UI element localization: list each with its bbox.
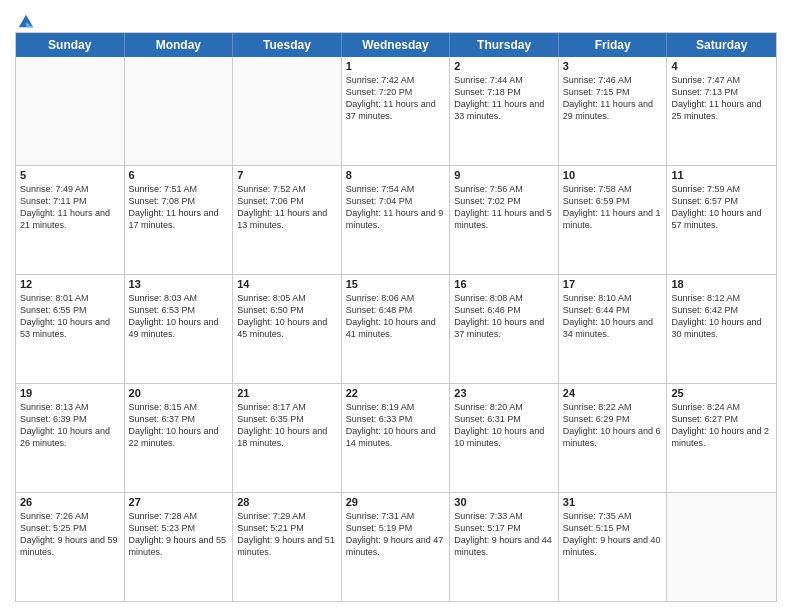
- cell-info: Sunrise: 8:12 AM Sunset: 6:42 PM Dayligh…: [671, 292, 772, 341]
- day-number: 27: [129, 496, 229, 508]
- cell-info: Sunrise: 7:26 AM Sunset: 5:25 PM Dayligh…: [20, 510, 120, 559]
- cell-info: Sunrise: 8:10 AM Sunset: 6:44 PM Dayligh…: [563, 292, 663, 341]
- logo: [15, 14, 35, 28]
- calendar-body: 1Sunrise: 7:42 AM Sunset: 7:20 PM Daylig…: [16, 57, 776, 601]
- cell-info: Sunrise: 8:22 AM Sunset: 6:29 PM Dayligh…: [563, 401, 663, 450]
- day-number: 16: [454, 278, 554, 290]
- cell-info: Sunrise: 7:58 AM Sunset: 6:59 PM Dayligh…: [563, 183, 663, 232]
- calendar-cell: 11Sunrise: 7:59 AM Sunset: 6:57 PM Dayli…: [667, 166, 776, 274]
- calendar-cell: 14Sunrise: 8:05 AM Sunset: 6:50 PM Dayli…: [233, 275, 342, 383]
- day-number: 6: [129, 169, 229, 181]
- day-number: 15: [346, 278, 446, 290]
- weekday-header: Friday: [559, 33, 668, 57]
- day-number: 17: [563, 278, 663, 290]
- weekday-header: Monday: [125, 33, 234, 57]
- calendar-cell: 4Sunrise: 7:47 AM Sunset: 7:13 PM Daylig…: [667, 57, 776, 165]
- calendar-row: 1Sunrise: 7:42 AM Sunset: 7:20 PM Daylig…: [16, 57, 776, 165]
- calendar-header: SundayMondayTuesdayWednesdayThursdayFrid…: [16, 33, 776, 57]
- cell-info: Sunrise: 8:06 AM Sunset: 6:48 PM Dayligh…: [346, 292, 446, 341]
- cell-info: Sunrise: 7:54 AM Sunset: 7:04 PM Dayligh…: [346, 183, 446, 232]
- cell-info: Sunrise: 7:47 AM Sunset: 7:13 PM Dayligh…: [671, 74, 772, 123]
- calendar-cell: 28Sunrise: 7:29 AM Sunset: 5:21 PM Dayli…: [233, 493, 342, 601]
- day-number: 24: [563, 387, 663, 399]
- calendar-cell: 29Sunrise: 7:31 AM Sunset: 5:19 PM Dayli…: [342, 493, 451, 601]
- cell-info: Sunrise: 7:59 AM Sunset: 6:57 PM Dayligh…: [671, 183, 772, 232]
- calendar-cell: 27Sunrise: 7:28 AM Sunset: 5:23 PM Dayli…: [125, 493, 234, 601]
- cell-info: Sunrise: 7:56 AM Sunset: 7:02 PM Dayligh…: [454, 183, 554, 232]
- calendar-cell: 24Sunrise: 8:22 AM Sunset: 6:29 PM Dayli…: [559, 384, 668, 492]
- day-number: 14: [237, 278, 337, 290]
- day-number: 1: [346, 60, 446, 72]
- cell-info: Sunrise: 7:35 AM Sunset: 5:15 PM Dayligh…: [563, 510, 663, 559]
- calendar-cell: [125, 57, 234, 165]
- calendar-cell: 30Sunrise: 7:33 AM Sunset: 5:17 PM Dayli…: [450, 493, 559, 601]
- calendar-cell: 13Sunrise: 8:03 AM Sunset: 6:53 PM Dayli…: [125, 275, 234, 383]
- calendar-cell: [16, 57, 125, 165]
- weekday-header: Sunday: [16, 33, 125, 57]
- calendar-row: 12Sunrise: 8:01 AM Sunset: 6:55 PM Dayli…: [16, 274, 776, 383]
- calendar-cell: 31Sunrise: 7:35 AM Sunset: 5:15 PM Dayli…: [559, 493, 668, 601]
- calendar-cell: 17Sunrise: 8:10 AM Sunset: 6:44 PM Dayli…: [559, 275, 668, 383]
- calendar-cell: 23Sunrise: 8:20 AM Sunset: 6:31 PM Dayli…: [450, 384, 559, 492]
- day-number: 28: [237, 496, 337, 508]
- day-number: 12: [20, 278, 120, 290]
- cell-info: Sunrise: 7:31 AM Sunset: 5:19 PM Dayligh…: [346, 510, 446, 559]
- calendar-cell: 9Sunrise: 7:56 AM Sunset: 7:02 PM Daylig…: [450, 166, 559, 274]
- calendar-cell: [233, 57, 342, 165]
- day-number: 8: [346, 169, 446, 181]
- day-number: 9: [454, 169, 554, 181]
- cell-info: Sunrise: 8:20 AM Sunset: 6:31 PM Dayligh…: [454, 401, 554, 450]
- day-number: 31: [563, 496, 663, 508]
- header: [15, 10, 777, 28]
- calendar-cell: 10Sunrise: 7:58 AM Sunset: 6:59 PM Dayli…: [559, 166, 668, 274]
- calendar-cell: 12Sunrise: 8:01 AM Sunset: 6:55 PM Dayli…: [16, 275, 125, 383]
- cell-info: Sunrise: 7:51 AM Sunset: 7:08 PM Dayligh…: [129, 183, 229, 232]
- calendar-cell: 3Sunrise: 7:46 AM Sunset: 7:15 PM Daylig…: [559, 57, 668, 165]
- calendar-cell: 8Sunrise: 7:54 AM Sunset: 7:04 PM Daylig…: [342, 166, 451, 274]
- day-number: 25: [671, 387, 772, 399]
- cell-info: Sunrise: 8:24 AM Sunset: 6:27 PM Dayligh…: [671, 401, 772, 450]
- weekday-header: Saturday: [667, 33, 776, 57]
- day-number: 30: [454, 496, 554, 508]
- calendar-cell: 2Sunrise: 7:44 AM Sunset: 7:18 PM Daylig…: [450, 57, 559, 165]
- cell-info: Sunrise: 8:15 AM Sunset: 6:37 PM Dayligh…: [129, 401, 229, 450]
- day-number: 5: [20, 169, 120, 181]
- day-number: 21: [237, 387, 337, 399]
- day-number: 2: [454, 60, 554, 72]
- weekday-header: Wednesday: [342, 33, 451, 57]
- day-number: 3: [563, 60, 663, 72]
- calendar-row: 19Sunrise: 8:13 AM Sunset: 6:39 PM Dayli…: [16, 383, 776, 492]
- weekday-header: Tuesday: [233, 33, 342, 57]
- calendar-cell: 18Sunrise: 8:12 AM Sunset: 6:42 PM Dayli…: [667, 275, 776, 383]
- cell-info: Sunrise: 7:52 AM Sunset: 7:06 PM Dayligh…: [237, 183, 337, 232]
- cell-info: Sunrise: 8:05 AM Sunset: 6:50 PM Dayligh…: [237, 292, 337, 341]
- cell-info: Sunrise: 7:28 AM Sunset: 5:23 PM Dayligh…: [129, 510, 229, 559]
- day-number: 4: [671, 60, 772, 72]
- calendar-cell: 22Sunrise: 8:19 AM Sunset: 6:33 PM Dayli…: [342, 384, 451, 492]
- day-number: 18: [671, 278, 772, 290]
- calendar-row: 26Sunrise: 7:26 AM Sunset: 5:25 PM Dayli…: [16, 492, 776, 601]
- cell-info: Sunrise: 8:13 AM Sunset: 6:39 PM Dayligh…: [20, 401, 120, 450]
- calendar-cell: 21Sunrise: 8:17 AM Sunset: 6:35 PM Dayli…: [233, 384, 342, 492]
- cell-info: Sunrise: 8:17 AM Sunset: 6:35 PM Dayligh…: [237, 401, 337, 450]
- cell-info: Sunrise: 8:01 AM Sunset: 6:55 PM Dayligh…: [20, 292, 120, 341]
- calendar-cell: 20Sunrise: 8:15 AM Sunset: 6:37 PM Dayli…: [125, 384, 234, 492]
- cell-info: Sunrise: 8:08 AM Sunset: 6:46 PM Dayligh…: [454, 292, 554, 341]
- calendar-cell: 26Sunrise: 7:26 AM Sunset: 5:25 PM Dayli…: [16, 493, 125, 601]
- day-number: 20: [129, 387, 229, 399]
- day-number: 26: [20, 496, 120, 508]
- day-number: 11: [671, 169, 772, 181]
- day-number: 22: [346, 387, 446, 399]
- calendar: SundayMondayTuesdayWednesdayThursdayFrid…: [15, 32, 777, 602]
- page: SundayMondayTuesdayWednesdayThursdayFrid…: [0, 0, 792, 612]
- cell-info: Sunrise: 7:29 AM Sunset: 5:21 PM Dayligh…: [237, 510, 337, 559]
- cell-info: Sunrise: 7:46 AM Sunset: 7:15 PM Dayligh…: [563, 74, 663, 123]
- day-number: 23: [454, 387, 554, 399]
- calendar-cell: 16Sunrise: 8:08 AM Sunset: 6:46 PM Dayli…: [450, 275, 559, 383]
- calendar-cell: 19Sunrise: 8:13 AM Sunset: 6:39 PM Dayli…: [16, 384, 125, 492]
- calendar-cell: 25Sunrise: 8:24 AM Sunset: 6:27 PM Dayli…: [667, 384, 776, 492]
- day-number: 13: [129, 278, 229, 290]
- calendar-cell: 1Sunrise: 7:42 AM Sunset: 7:20 PM Daylig…: [342, 57, 451, 165]
- calendar-cell: 15Sunrise: 8:06 AM Sunset: 6:48 PM Dayli…: [342, 275, 451, 383]
- calendar-cell: 6Sunrise: 7:51 AM Sunset: 7:08 PM Daylig…: [125, 166, 234, 274]
